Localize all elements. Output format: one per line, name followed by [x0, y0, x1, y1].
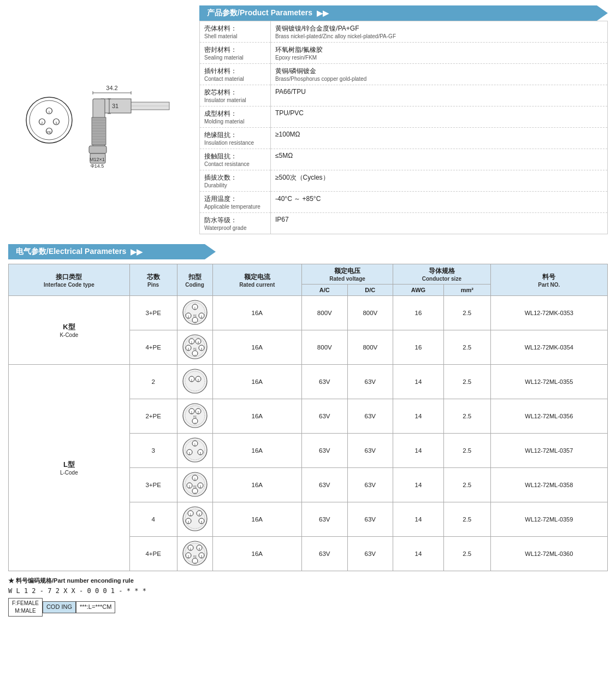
- code-box-coding: COD ING: [43, 601, 76, 613]
- connector-diagram: 1 2 3 PE: [19, 25, 183, 216]
- header-arrows: ▶▶: [317, 9, 329, 17]
- cell-coding: 1 2 PE ⏚: [177, 399, 212, 434]
- param-row: 插针材料： Contact material 黄铜/磷铜镀金 Brass/Pho…: [200, 64, 608, 85]
- cell-mm2: 2.5: [443, 296, 490, 330]
- svg-text:2: 2: [188, 485, 190, 488]
- svg-text:1: 1: [194, 443, 196, 446]
- cell-ac: 800V: [302, 330, 348, 365]
- svg-text:1: 1: [189, 547, 191, 550]
- cell-dc: 63V: [347, 434, 393, 468]
- param-row: 壳体材料： Shell material 黄铜镀镍/锌合金度镍/PA+GF Br…: [200, 21, 608, 43]
- svg-text:2: 2: [187, 347, 189, 351]
- cell-current: 16A: [212, 365, 301, 399]
- th-conductor: 导体规格 Conductor size: [393, 264, 491, 285]
- cell-partno: WL12-72MK-0354: [490, 330, 607, 365]
- cell-mm2: 2.5: [443, 537, 490, 571]
- svg-text:1: 1: [191, 378, 192, 382]
- svg-text:4: 4: [198, 513, 200, 516]
- cell-dc: 63V: [347, 365, 393, 399]
- svg-text:2: 2: [197, 378, 199, 382]
- params-table: 壳体材料： Shell material 黄铜镀镍/锌合金度镍/PA+GF Br…: [199, 21, 608, 234]
- svg-text:2: 2: [41, 121, 43, 125]
- cell-awg: 14: [393, 434, 444, 468]
- cell-partno: WL12-72ML-0359: [490, 502, 607, 537]
- cell-dc: 800V: [347, 330, 393, 365]
- cell-pins: 2+PE: [129, 399, 177, 434]
- svg-text:3: 3: [200, 520, 202, 524]
- cell-dc: 63V: [347, 502, 393, 537]
- cell-mm2: 2.5: [443, 434, 490, 468]
- cell-awg: 14: [393, 468, 444, 502]
- cell-current: 16A: [212, 330, 301, 365]
- cell-coding: 1 2 3: [177, 434, 212, 468]
- svg-text:1: 1: [189, 513, 191, 516]
- table-row: L型 L-Code 2 1 2 16A 63V 63V 14 2.5 WL12-…: [9, 365, 608, 399]
- svg-text:PE: PE: [193, 555, 197, 558]
- coding-svg: 1 2 3: [181, 436, 209, 464]
- svg-text:2: 2: [188, 452, 190, 455]
- cell-awg: 16: [393, 330, 444, 365]
- cell-awg: 14: [393, 502, 444, 537]
- cell-current: 16A: [212, 537, 301, 571]
- cell-dc: 63V: [347, 399, 393, 434]
- electrical-section: 电气参数/Electrical Parameters ▶▶ 接口类型 Inter…: [8, 244, 608, 571]
- cell-current: 16A: [212, 468, 301, 502]
- dim-height-label: 31: [112, 103, 119, 109]
- code-box-female-male: F:FEMALE M:MALE: [8, 598, 43, 617]
- cell-pins: 3+PE: [129, 296, 177, 330]
- svg-point-0: [26, 97, 72, 143]
- cell-current: 16A: [212, 296, 301, 330]
- coding-svg: 1 2: [181, 367, 209, 395]
- cell-ac: 63V: [302, 365, 348, 399]
- cell-current: 16A: [212, 434, 301, 468]
- cell-coding: 1 2 4 3 PE ⏚: [177, 330, 212, 365]
- svg-rect-24: [89, 146, 106, 153]
- th-awg: AWG: [393, 285, 444, 296]
- param-row: 成型材料： Molding material TPU/PVC: [200, 106, 608, 128]
- cell-mm2: 2.5: [443, 502, 490, 537]
- param-row: 密封材料： Sealing material 环氧树脂/氟橡胶 Epoxy re…: [200, 43, 608, 64]
- svg-text:1: 1: [191, 341, 192, 344]
- th-partno: 料号 Part NO.: [490, 264, 607, 296]
- svg-text:1: 1: [191, 411, 192, 414]
- cell-partno: WL12-72ML-0356: [490, 399, 607, 434]
- diagram-area: 1 2 3 PE: [8, 5, 194, 234]
- cell-current: 16A: [212, 399, 301, 434]
- svg-text:PE: PE: [193, 415, 197, 418]
- svg-text:2: 2: [187, 520, 189, 524]
- cell-awg: 14: [393, 399, 444, 434]
- cell-dc: 800V: [347, 296, 393, 330]
- code-box-length: ***:L=***CM: [76, 601, 115, 613]
- cell-ac: 63V: [302, 434, 348, 468]
- cell-ac: 63V: [302, 502, 348, 537]
- cell-coding: 1 4 2 3: [177, 502, 212, 537]
- th-pins: 芯数 Pins: [129, 264, 177, 296]
- cell-awg: 14: [393, 537, 444, 571]
- coding-svg: 1 2 PE ⏚: [181, 401, 209, 430]
- svg-text:4: 4: [197, 341, 199, 344]
- svg-text:3: 3: [200, 347, 202, 351]
- cell-partno: WL12-72ML-0360: [490, 537, 607, 571]
- svg-text:2: 2: [197, 411, 199, 414]
- coding-svg: 1 4 2 3 PE ⏚: [181, 539, 209, 567]
- th-current: 额定电流 Rated current: [212, 264, 301, 296]
- cell-mm2: 2.5: [443, 468, 490, 502]
- cell-pins: 4: [129, 502, 177, 537]
- param-row: 绝缘阻抗： Insulation resistance ≥100MΩ: [200, 128, 608, 149]
- param-row: 适用温度： Applicable temperature -40°C ～ +85…: [200, 192, 608, 213]
- cell-dc: 63V: [347, 468, 393, 502]
- svg-text:PE: PE: [193, 314, 197, 317]
- cell-mm2: 2.5: [443, 399, 490, 434]
- cell-pins: 4+PE: [129, 537, 177, 571]
- cell-current: 16A: [212, 502, 301, 537]
- code-boxes: F:FEMALE M:MALE COD ING ***:L=***CM: [8, 598, 608, 617]
- cell-ac: 63V: [302, 468, 348, 502]
- cell-coding: 1 2: [177, 365, 212, 399]
- svg-text:1: 1: [194, 306, 196, 310]
- cell-mm2: 2.5: [443, 365, 490, 399]
- svg-point-56: [183, 369, 207, 393]
- coding-svg: 1 4 2 3: [181, 505, 209, 533]
- cell-pins: 2: [129, 365, 177, 399]
- param-row: 胶芯材料： Insulator material PA66/TPU: [200, 85, 608, 106]
- th-mm2: mm²: [443, 285, 490, 296]
